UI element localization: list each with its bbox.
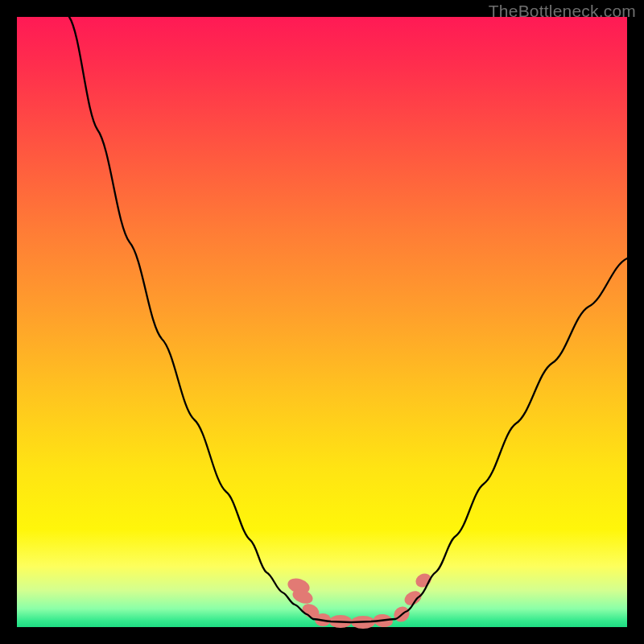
- curve-right-branch: [395, 258, 627, 619]
- watermark-text: TheBottleneck.com: [489, 2, 636, 21]
- bottleneck-curve-svg: [17, 17, 627, 627]
- beads-group: [286, 571, 434, 629]
- gradient-plot-area: [17, 17, 627, 627]
- curve-left-branch: [69, 17, 313, 619]
